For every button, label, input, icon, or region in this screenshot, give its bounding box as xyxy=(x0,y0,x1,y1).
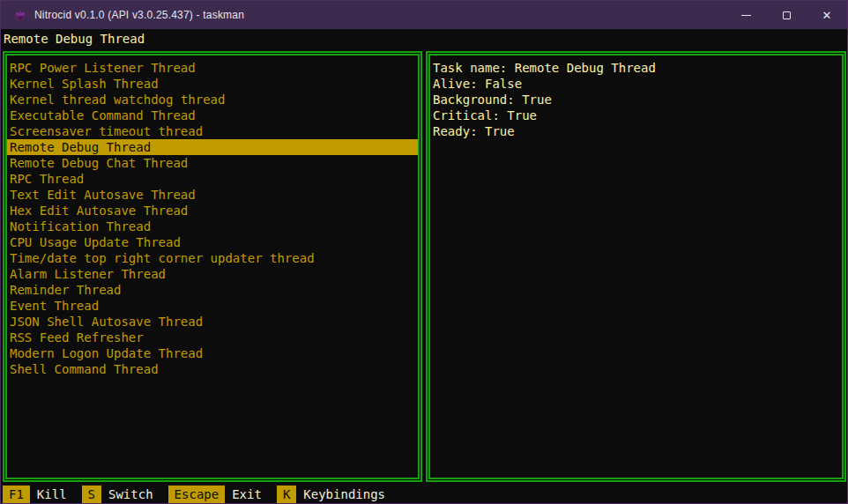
task-list: RPC Power Listener ThreadKernel Splash T… xyxy=(7,60,418,377)
detail-line: Alive: False xyxy=(430,76,842,92)
key-badge[interactable]: K xyxy=(277,485,296,503)
minimize-button[interactable] xyxy=(725,1,766,29)
close-icon: ✕ xyxy=(822,10,832,21)
list-item[interactable]: Remote Debug Thread xyxy=(7,139,418,155)
maximize-button[interactable] xyxy=(766,1,807,29)
titlebar[interactable]: Nitrocid v0.1.0 (API v3.0.25.437) - task… xyxy=(1,1,847,29)
app-icon xyxy=(13,8,27,22)
task-list-panel: RPC Power Listener ThreadKernel Splash T… xyxy=(3,51,422,482)
task-details-panel: Task name: Remote Debug ThreadAlive: Fal… xyxy=(426,51,846,482)
key-badge[interactable]: S xyxy=(82,485,101,503)
list-item[interactable]: Event Thread xyxy=(7,298,418,314)
list-item[interactable]: Text Edit Autosave Thread xyxy=(7,187,418,203)
list-item[interactable]: RPC Power Listener Thread xyxy=(7,60,418,76)
detail-line: Critical: True xyxy=(430,107,842,123)
close-button[interactable]: ✕ xyxy=(807,1,847,29)
keybinding-group: EscapeExit xyxy=(168,485,262,503)
keybinding-group: F1Kill xyxy=(3,485,67,503)
key-action-label: Keybindings xyxy=(303,485,385,503)
detail-line: Background: True xyxy=(430,92,842,107)
key-action-label: Kill xyxy=(37,485,67,503)
list-item[interactable]: JSON Shell Autosave Thread xyxy=(7,314,418,330)
list-item[interactable]: CPU Usage Update Thread xyxy=(7,234,418,250)
key-action-label: Exit xyxy=(232,485,262,503)
key-action-label: Switch xyxy=(108,485,153,503)
list-item[interactable]: Alarm Listener Thread xyxy=(7,266,418,282)
list-item[interactable]: Kernel thread watchdog thread xyxy=(7,92,418,107)
window-controls: ✕ xyxy=(725,1,847,29)
list-item[interactable]: Notification Thread xyxy=(7,219,418,234)
list-item[interactable]: Reminder Thread xyxy=(7,282,418,298)
minimize-icon xyxy=(741,15,751,16)
list-item[interactable]: Shell Command Thread xyxy=(7,361,418,377)
keybindings-bar: F1KillSSwitchEscapeExitKKeybindings xyxy=(3,485,845,503)
list-item[interactable]: Remote Debug Chat Thread xyxy=(7,155,418,171)
key-badge[interactable]: Escape xyxy=(168,485,226,503)
list-item[interactable]: RSS Feed Refresher xyxy=(7,330,418,345)
list-item[interactable]: Hex Edit Autosave Thread xyxy=(7,203,418,219)
maximize-icon xyxy=(783,11,791,19)
list-item[interactable]: RPC Thread xyxy=(7,171,418,187)
keybinding-group: SSwitch xyxy=(82,485,153,503)
list-item[interactable]: Kernel Splash Thread xyxy=(7,76,418,92)
list-item[interactable]: Time/date top right corner updater threa… xyxy=(7,250,418,266)
detail-line: Ready: True xyxy=(430,123,842,139)
app-window: Nitrocid v0.1.0 (API v3.0.25.437) - task… xyxy=(0,0,848,504)
window-title: Nitrocid v0.1.0 (API v3.0.25.437) - task… xyxy=(34,9,244,21)
selected-task-header: Remote Debug Thread xyxy=(1,29,847,51)
keybinding-group: KKeybindings xyxy=(277,485,385,503)
list-item[interactable]: Executable Command Thread xyxy=(7,107,418,123)
key-badge[interactable]: F1 xyxy=(3,485,30,503)
detail-line: Task name: Remote Debug Thread xyxy=(430,60,842,76)
list-item[interactable]: Screensaver timeout thread xyxy=(7,123,418,139)
list-item[interactable]: Modern Logon Update Thread xyxy=(7,345,418,361)
task-details: Task name: Remote Debug ThreadAlive: Fal… xyxy=(430,60,842,139)
